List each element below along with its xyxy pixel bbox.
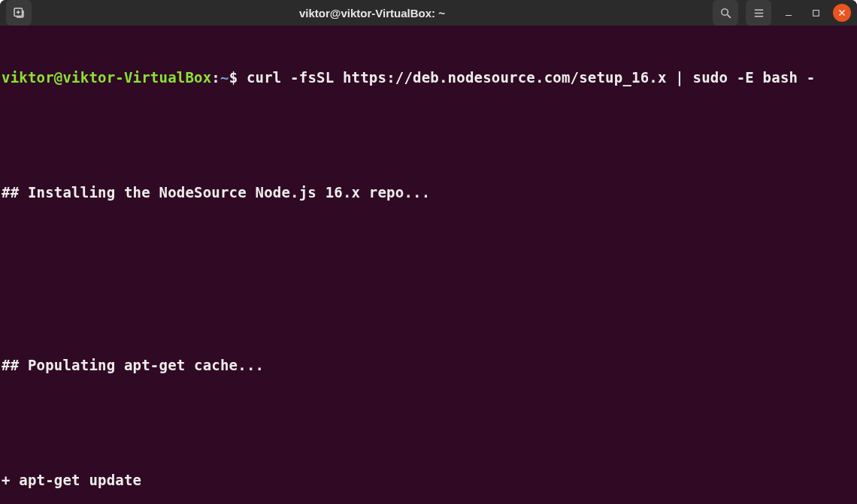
hamburger-menu-button[interactable] (746, 0, 771, 26)
maximize-button[interactable] (806, 3, 825, 23)
svg-rect-7 (813, 10, 819, 16)
new-tab-button[interactable] (6, 0, 32, 26)
terminal-window: viktor@viktor-VirtualBox: ~ (0, 0, 857, 504)
window-title: viktor@viktor-VirtualBox: ~ (32, 7, 713, 20)
svg-line-2 (727, 14, 730, 17)
output-line: ## Installing the NodeSource Node.js 16.… (2, 183, 855, 203)
search-button[interactable] (713, 0, 738, 26)
close-button[interactable] (833, 4, 851, 22)
prompt-user: viktor (2, 69, 54, 86)
titlebar[interactable]: viktor@viktor-VirtualBox: ~ (0, 0, 857, 26)
prompt-line: viktor@viktor-VirtualBox:~$ curl -fsSL h… (2, 68, 855, 88)
output-line (2, 126, 855, 146)
prompt-path: ~ (220, 69, 229, 86)
prompt-host: viktor-VirtualBox (62, 69, 211, 86)
svg-point-1 (721, 8, 728, 14)
output-line (2, 298, 855, 318)
prompt-command: curl -fsSL https://deb.nodesource.com/se… (247, 69, 816, 86)
output-line (2, 413, 855, 433)
output-line (2, 241, 855, 261)
minimize-button[interactable] (779, 3, 798, 23)
output-line: ## Populating apt-get cache... (2, 356, 855, 376)
output-line: + apt-get update (2, 471, 855, 490)
terminal-body[interactable]: viktor@viktor-VirtualBox:~$ curl -fsSL h… (0, 26, 857, 504)
